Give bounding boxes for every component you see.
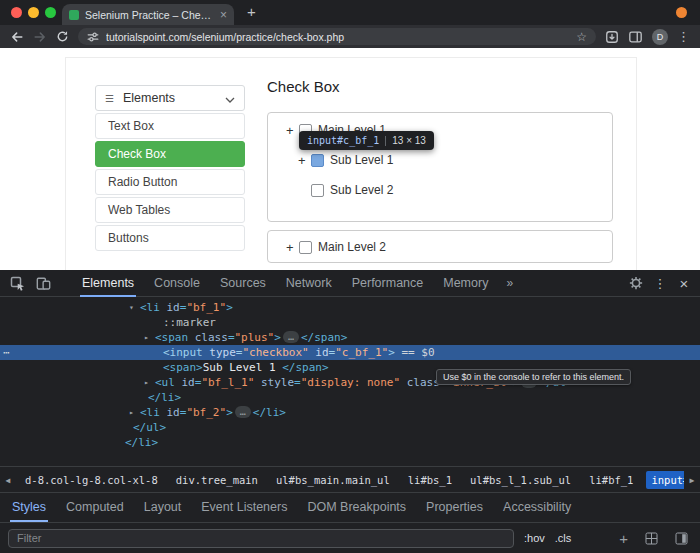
tab-layout[interactable]: Layout <box>134 493 192 522</box>
main-level-1-box: +Main Level 1+Sub Level 1+Sub Level 2 <box>267 112 613 222</box>
install-app-icon[interactable] <box>605 30 619 44</box>
menu-header[interactable]: ☰ Elements <box>95 85 245 111</box>
devtools-close-icon[interactable]: × <box>672 270 696 297</box>
tab-memory[interactable]: Memory <box>433 270 498 297</box>
code-token-attr: type <box>209 346 236 359</box>
checkbox-inspect-highlighted[interactable] <box>311 154 324 167</box>
class-toggle[interactable]: .cls <box>555 532 572 544</box>
tab-dom-breakpoints[interactable]: DOM Breakpoints <box>297 493 416 522</box>
tab-sources[interactable]: Sources <box>210 270 276 297</box>
inspect-element-icon[interactable] <box>4 270 30 297</box>
tab-elements[interactable]: Elements <box>72 270 144 297</box>
dom-node[interactable]: </ul> <box>0 420 700 435</box>
breadcrumb-item[interactable]: ul#bs_main.main_ul <box>271 471 395 489</box>
collapse-arrow-icon[interactable]: ▾ <box>129 300 134 315</box>
sidebar-item-radio-button[interactable]: Radio Button <box>95 169 245 195</box>
code-token-val: "bf_2" <box>186 406 226 419</box>
code-token-tag: </span> <box>301 331 347 344</box>
reload-icon[interactable] <box>56 30 69 43</box>
browser-toolbar: tutorialspoint.com/selenium/practice/che… <box>0 25 700 48</box>
new-style-rule-icon[interactable]: + <box>619 530 628 547</box>
window-minimize-button[interactable] <box>28 7 39 18</box>
code-token-attr: class <box>195 331 228 344</box>
expand-arrow-icon[interactable]: ▸ <box>144 330 149 345</box>
crumbs-scroll-right-icon[interactable]: ▶ <box>684 467 700 492</box>
sidebar-item-text-box[interactable]: Text Box <box>95 113 245 139</box>
tab-performance[interactable]: Performance <box>342 270 434 297</box>
expand-plus-icon[interactable]: + <box>298 153 305 168</box>
back-icon[interactable] <box>10 30 24 44</box>
checkbox[interactable] <box>299 241 312 254</box>
tab-console[interactable]: Console <box>144 270 210 297</box>
node-options-dots-icon[interactable]: ⋯ <box>3 345 11 360</box>
browser-menu-icon[interactable]: ⋮ <box>677 29 690 44</box>
bookmark-star-icon[interactable]: ☆ <box>576 30 587 44</box>
breadcrumb-item[interactable]: div.tree_main <box>171 471 263 489</box>
code-token-tag: > <box>226 301 233 314</box>
page-title: Check Box <box>267 78 340 95</box>
dom-node[interactable]: </li> <box>0 390 700 405</box>
code-token-attr: class <box>407 376 440 389</box>
browser-tab[interactable]: Selenium Practice – Check Bo × <box>62 4 234 25</box>
dock-panel-icon[interactable] <box>675 532 688 545</box>
hamburger-icon: ☰ <box>105 93 114 104</box>
window-close-button[interactable] <box>11 7 22 18</box>
forward-icon[interactable] <box>33 30 47 44</box>
pseudo-class-toggle[interactable]: :hov <box>524 532 545 544</box>
device-toolbar-icon[interactable] <box>30 270 56 297</box>
tab-computed[interactable]: Computed <box>56 493 134 522</box>
dom-node[interactable]: ▾<li id="bf_1"> <box>0 300 700 315</box>
side-panel-icon[interactable] <box>628 30 643 44</box>
code-token-tag: = <box>228 331 235 344</box>
grid-icon[interactable] <box>645 532 658 545</box>
new-tab-button[interactable]: + <box>247 3 256 20</box>
profile-avatar[interactable]: D <box>652 29 668 45</box>
sidebar-item-web-tables[interactable]: Web Tables <box>95 197 245 223</box>
window-zoom-button[interactable] <box>45 7 56 18</box>
expand-arrow-icon[interactable]: ▸ <box>129 405 134 420</box>
expand-arrow-icon[interactable]: ▸ <box>144 375 149 390</box>
code-token-tag: </li> <box>125 436 158 449</box>
dom-node[interactable]: ▸<li id="bf_2">…</li> <box>0 405 700 420</box>
checkbox[interactable] <box>311 184 324 197</box>
profile-badge[interactable] <box>676 7 687 18</box>
code-token-attr: id <box>167 301 180 314</box>
address-bar[interactable]: tutorialspoint.com/selenium/practice/che… <box>78 28 596 45</box>
breadcrumb-item[interactable]: ul#bs_l_1.sub_ul <box>465 471 576 489</box>
tab-network[interactable]: Network <box>276 270 342 297</box>
expand-plus-icon[interactable]: + <box>286 240 293 255</box>
tab-title: Selenium Practice – Check Bo <box>85 9 214 21</box>
expand-plus-icon[interactable]: + <box>286 123 293 138</box>
tab-close-icon[interactable]: × <box>220 9 227 21</box>
code-token-sys: ::marker <box>163 316 216 329</box>
breadcrumb-item[interactable]: d-8.col-lg-8.col-xl-8 <box>20 471 163 489</box>
code-token-val: "bf_l_1" <box>201 376 254 389</box>
tab-styles[interactable]: Styles <box>2 493 56 522</box>
devtools-menu-icon[interactable]: ⋮ <box>648 270 672 297</box>
dom-node[interactable]: ::marker <box>0 315 700 330</box>
site-settings-icon[interactable] <box>87 31 99 43</box>
code-token-tag: <li <box>140 406 167 419</box>
inline-expand-icon[interactable]: … <box>235 406 251 418</box>
tab-properties[interactable]: Properties <box>416 493 493 522</box>
dom-node-selected[interactable]: ⋯<input type="checkbox" id="c_bf_1"> == … <box>0 345 700 360</box>
menu-header-label: Elements <box>123 91 216 105</box>
url-text[interactable]: tutorialspoint.com/selenium/practice/che… <box>106 31 569 43</box>
sidebar-item-check-box[interactable]: Check Box <box>95 141 245 167</box>
code-token-attr: style <box>261 376 294 389</box>
sidebar-item-buttons[interactable]: Buttons <box>95 225 245 251</box>
code-token-tag: </li> <box>148 391 181 404</box>
crumbs-scroll-left-icon[interactable]: ◀ <box>0 467 16 492</box>
breadcrumb-item[interactable]: li#bs_1 <box>403 471 457 489</box>
devtools-tabbar: ElementsConsoleSourcesNetworkPerformance… <box>0 270 700 297</box>
dom-node[interactable]: ▸<span class="plus">…</span> <box>0 330 700 345</box>
more-tabs-icon[interactable]: » <box>498 270 521 297</box>
styles-filter-input[interactable] <box>8 529 514 548</box>
breadcrumb-item[interactable]: li#bf_1 <box>584 471 638 489</box>
tab-accessibility[interactable]: Accessibility <box>493 493 581 522</box>
dom-node[interactable]: </li> <box>0 435 700 450</box>
settings-gear-icon[interactable] <box>624 270 648 297</box>
code-token-val: "display: none" <box>301 376 400 389</box>
inline-expand-icon[interactable]: … <box>283 331 299 343</box>
tab-event-listeners[interactable]: Event Listeners <box>191 493 297 522</box>
